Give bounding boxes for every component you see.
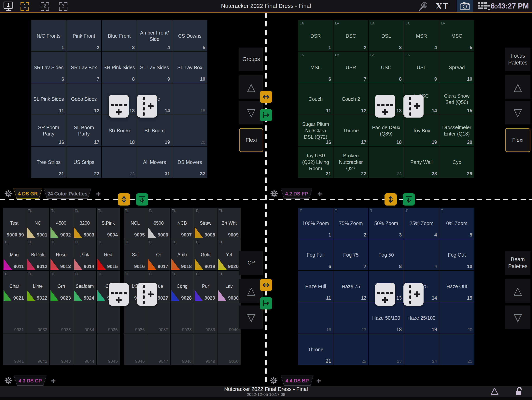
move-horizontal-divider-button[interactable]	[118, 193, 130, 205]
add-vertical-split-button[interactable]	[137, 95, 157, 118]
direct-select-cell[interactable]: TLStraw9008	[194, 208, 217, 239]
direct-select-cell[interactable]: TLNCL9005	[124, 208, 147, 239]
direct-select-cell[interactable]: T100% Zoom1	[298, 208, 333, 239]
direct-select-cell[interactable]: TLGrn9023	[50, 271, 73, 302]
direct-select-cell[interactable]: Haze Full11	[298, 271, 333, 302]
direct-select-cell[interactable]: TLS.Pink9004	[97, 208, 120, 239]
move-vertical-divider-button[interactable]	[260, 91, 272, 103]
direct-select-cell[interactable]: 23	[102, 146, 137, 178]
direct-select-cell[interactable]: 22	[333, 334, 368, 365]
direct-select-cell[interactable]: LADSR1	[298, 20, 333, 51]
direct-select-cell[interactable]: 9039	[194, 302, 217, 334]
direct-select-cell[interactable]: 9047	[147, 334, 170, 365]
snap-horizontal-divider-button[interactable]	[136, 193, 148, 205]
direct-select-cell[interactable]: TLYel9020	[217, 239, 241, 270]
gear-icon[interactable]	[270, 189, 279, 198]
direct-select-cell[interactable]: Throne17	[333, 115, 368, 146]
direct-select-cell[interactable]: TLCong9028	[171, 271, 194, 302]
direct-select-cell[interactable]: TLOr9017	[147, 239, 170, 270]
gear-icon[interactable]	[269, 376, 278, 385]
direct-select-cell[interactable]: Fog Full6	[298, 239, 333, 270]
focus-page-up-button[interactable]: △	[505, 75, 530, 99]
groups-page-up-button[interactable]: △	[239, 75, 263, 99]
direct-select-cell[interactable]: TLSeafoam9024	[73, 271, 96, 302]
direct-select-cell[interactable]: 9	[404, 239, 439, 270]
add-horizontal-split-button[interactable]	[109, 283, 129, 306]
direct-select-cell[interactable]: SL Lav Box10	[172, 52, 207, 83]
snap-horizontal-divider-button[interactable]	[403, 193, 415, 205]
direct-select-cell[interactable]: 9050	[217, 334, 241, 365]
wand-icon[interactable]	[418, 2, 429, 12]
direct-select-cell[interactable]: Party Wall28	[404, 146, 439, 178]
direct-select-cell[interactable]: Tree Strips21	[31, 146, 66, 178]
direct-select-cell[interactable]: SL Lav Sides9	[137, 52, 172, 83]
groups-target-button[interactable]: Groups	[239, 48, 263, 71]
direct-select-cell[interactable]: SR Boom18	[102, 115, 137, 146]
direct-select-cell[interactable]: LAUSC8	[369, 52, 404, 83]
direct-select-cell[interactable]: 9046	[124, 334, 147, 365]
direct-select-cell[interactable]: 9034	[73, 302, 96, 334]
direct-select-cell[interactable]: SR Lav Box7	[66, 52, 101, 83]
direct-select-cell[interactable]: Haze 25/10019	[404, 302, 439, 334]
move-vertical-divider-button[interactable]	[260, 279, 272, 291]
direct-select-cell[interactable]: TLLav9030	[217, 271, 241, 302]
direct-select-cell[interactable]: Haze 50/10018	[369, 302, 404, 334]
add-horizontal-split-button[interactable]	[109, 95, 129, 118]
direct-select-cell[interactable]: TLBrPink9012	[26, 239, 49, 270]
snap-vertical-divider-button[interactable]	[260, 297, 272, 310]
focus-flexi-button[interactable]: Flexi	[505, 128, 530, 152]
direct-select-cell[interactable]: LAMSC5	[439, 20, 474, 51]
direct-select-cell[interactable]: TLRed9015	[97, 239, 120, 270]
direct-select-cell[interactable]: 9040	[217, 302, 241, 334]
direct-select-cell[interactable]: Couch 212	[333, 83, 368, 114]
direct-select-cell[interactable]: SL Pink Sides11	[31, 83, 66, 114]
direct-select-cell[interactable]: Amber Front/ Side4	[137, 20, 172, 51]
direct-select-cell[interactable]: 9037	[147, 302, 170, 334]
direct-select-cell[interactable]: 9036	[124, 302, 147, 334]
direct-select-cell[interactable]: Test9000.99	[3, 208, 26, 239]
direct-select-cell[interactable]: CS Downs5	[172, 20, 207, 51]
add-horizontal-split-button[interactable]	[375, 95, 395, 118]
snapshot-button[interactable]	[457, 0, 473, 12]
direct-select-cell[interactable]: SR Pink Sides8	[102, 52, 137, 83]
direct-select-cell[interactable]: TL45009002	[50, 208, 73, 239]
direct-select-cell[interactable]: 23	[369, 334, 404, 365]
direct-select-cell[interactable]: 9033	[50, 302, 73, 334]
direct-select-cell[interactable]: 9043	[50, 334, 73, 365]
direct-select-cell[interactable]: LADSC2	[333, 20, 368, 51]
direct-select-cell[interactable]: TLMag9011	[3, 239, 26, 270]
direct-select-cell[interactable]: 9035	[97, 302, 120, 334]
tab-24-color-palettes[interactable]: 24 Color Palettes	[44, 189, 91, 199]
tab-4-3-ds-cp[interactable]: 4.3 DS CP	[14, 375, 46, 386]
direct-select-cell[interactable]: TLAmb9018	[171, 239, 194, 270]
direct-select-cell[interactable]: SR Lav Sides6	[31, 52, 66, 83]
direct-select-cell[interactable]: 9044	[73, 334, 96, 365]
direct-select-cell[interactable]: Cyc29	[439, 146, 474, 178]
direct-select-cell[interactable]: 17	[333, 302, 368, 334]
direct-select-cell[interactable]: Haze 7512	[333, 271, 368, 302]
direct-select-cell[interactable]: TLNC9001	[26, 208, 49, 239]
direct-select-cell[interactable]: Gobo Sides12	[66, 83, 101, 114]
direct-select-cell[interactable]: TL65009006	[147, 208, 170, 239]
color-page-up-button[interactable]: △	[239, 279, 263, 303]
direct-select-cell[interactable]: LADSL3	[369, 20, 404, 51]
add-tab-button[interactable]: +	[317, 190, 322, 198]
direct-select-cell[interactable]: T75% Zoom2	[333, 208, 368, 239]
direct-select-cell[interactable]: TLBrt Wht9009	[217, 208, 241, 239]
direct-select-cell[interactable]: 20	[439, 302, 474, 334]
direct-select-cell[interactable]: 20	[172, 115, 207, 146]
direct-select-cell[interactable]: T50% Zoom3	[369, 208, 404, 239]
direct-select-cell[interactable]: Throne21	[298, 334, 333, 365]
direct-select-cell[interactable]: 9032	[26, 302, 49, 334]
direct-select-cell[interactable]: LAUSL9	[404, 52, 439, 83]
unlocked-padlock-icon[interactable]	[515, 387, 523, 396]
direct-select-cell[interactable]: Fog 508	[369, 239, 404, 270]
direct-select-cell[interactable]: Pas de Deux (Q89)18	[369, 115, 404, 146]
tab-4-2-ds-fp[interactable]: 4.2 DS FP	[281, 189, 312, 199]
direct-select-cell[interactable]: LAMSR4	[404, 20, 439, 51]
direct-select-cell[interactable]: 15	[172, 83, 207, 114]
beam-palettes-target-button[interactable]: Beam Palettes	[505, 251, 530, 275]
direct-select-cell[interactable]: Blue Front3	[102, 20, 137, 51]
color-page-down-button[interactable]: ▽	[239, 305, 263, 329]
groups-flexi-button[interactable]: Flexi	[239, 128, 263, 152]
